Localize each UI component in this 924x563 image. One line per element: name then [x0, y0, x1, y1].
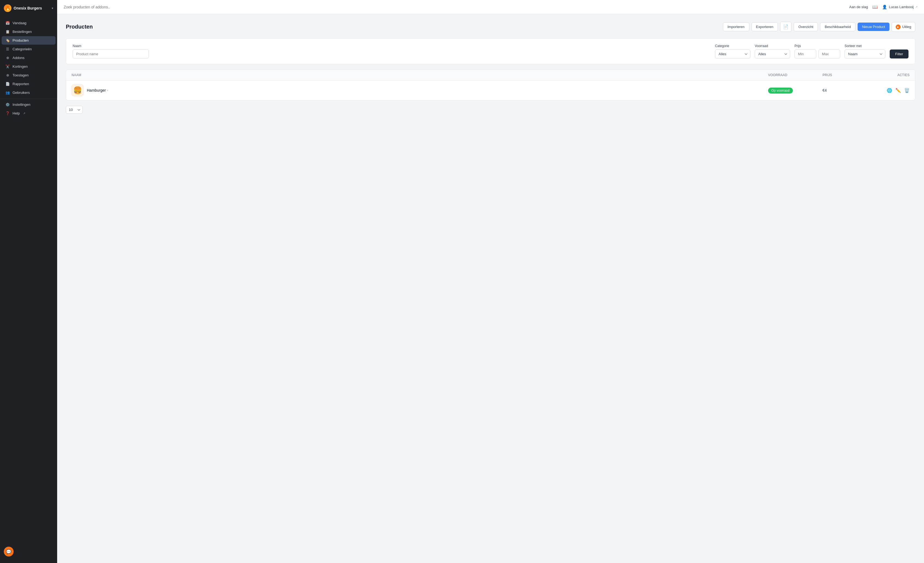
play-icon: ▶ — [896, 24, 901, 29]
per-page-select[interactable]: 10 25 50 100 — [66, 106, 83, 114]
page-header: Producten Importeren Exporteren 📄 Overzi… — [66, 22, 915, 32]
delete-icon[interactable]: 🗑️ — [904, 88, 910, 93]
categorie-filter-field: Categorie Alles — [715, 44, 750, 58]
prijs-label: Prijs — [795, 44, 840, 48]
content: Producten Importeren Exporteren 📄 Overzi… — [57, 14, 924, 563]
help-icon: ❓ — [6, 111, 10, 115]
sorteer-select[interactable]: Naam — [844, 49, 885, 58]
naam-label: Naam — [73, 44, 711, 48]
categorie-select[interactable]: Alles — [715, 49, 750, 58]
rapporten-icon: 📄 — [6, 82, 10, 86]
aan-de-slag-link[interactable]: Aan de slag — [849, 5, 868, 9]
topbar: Aan de slag 📖 👤 Lucas Lambooij ↗ — [57, 0, 924, 14]
col-prijs: Prijs — [822, 73, 877, 77]
addons-icon: ⊕ — [6, 56, 10, 60]
naam-input[interactable] — [73, 49, 149, 58]
sidebar-item-vandaag[interactable]: 📅 Vandaag — [2, 19, 56, 27]
products-table: Naam Voorraad Prijs Acties 🍔 Hamburger ›… — [66, 70, 915, 100]
product-image: 🍔 — [72, 84, 84, 96]
sidebar-item-label: Addons — [12, 56, 24, 60]
filter-row: Naam Categorie Alles Voorraad Alles — [73, 44, 909, 58]
sidebar-item-label: Help — [12, 111, 20, 115]
voorraad-select[interactable]: Alles — [755, 49, 790, 58]
gebruikers-icon: 👥 — [6, 91, 10, 95]
sidebar-item-label: Producten — [12, 38, 28, 42]
pagination: 10 25 50 100 — [66, 106, 915, 114]
sidebar-item-label: Vandaag — [12, 21, 26, 25]
sidebar-item-label: Toeslagen — [12, 73, 28, 77]
user-menu[interactable]: 👤 Lucas Lambooij ↗ — [882, 4, 918, 9]
product-chevron-icon: › — [107, 88, 108, 92]
sidebar-item-label: Instellingen — [12, 103, 30, 106]
categories-icon: ☰ — [6, 47, 10, 51]
toeslagen-icon: ⊕ — [6, 73, 10, 77]
nieuw-product-button[interactable]: Nieuw Product — [858, 22, 890, 31]
sidebar-item-help[interactable]: ❓ Help ↗ — [2, 109, 56, 117]
prijs-min-input[interactable] — [795, 49, 816, 58]
export-file-button[interactable]: 📄 — [780, 22, 792, 32]
sidebar-item-producten[interactable]: 🏷️ Producten — [2, 36, 56, 45]
product-name-link[interactable]: Hamburger › — [87, 88, 108, 93]
sorteer-filter-field: Sorteer met Naam — [844, 44, 885, 58]
sidebar: 🔥 Onesix Burgers ▾ 📅 Vandaag 📋 Bestellin… — [0, 0, 57, 563]
col-naam: Naam — [72, 73, 768, 77]
voorraad-cell: Op voorraad — [768, 88, 822, 93]
user-icon: 👤 — [882, 4, 887, 9]
sidebar-header[interactable]: 🔥 Onesix Burgers ▾ — [0, 0, 57, 16]
kortingen-icon: ✂️ — [6, 64, 10, 69]
book-icon[interactable]: 📖 — [872, 4, 878, 9]
sidebar-item-toeslagen[interactable]: ⊕ Toeslagen — [2, 71, 56, 79]
sidebar-item-label: Bestellingen — [12, 30, 32, 34]
globe-icon[interactable]: 🌐 — [887, 88, 892, 93]
voorraad-label: Voorraad — [755, 44, 790, 48]
beschikbaarheid-button[interactable]: Beschikbaarheid — [820, 22, 855, 31]
sidebar-item-addons[interactable]: ⊕ Addons — [2, 54, 56, 62]
prijs-max-input[interactable] — [818, 49, 840, 58]
sidebar-item-rapporten[interactable]: 📄 Rapporten — [2, 80, 56, 88]
table-header: Naam Voorraad Prijs Acties — [66, 70, 915, 81]
importeren-button[interactable]: Importeren — [723, 22, 749, 31]
topbar-right: Aan de slag 📖 👤 Lucas Lambooij ↗ — [849, 4, 918, 9]
sidebar-item-bestellingen[interactable]: 📋 Bestellingen — [2, 27, 56, 36]
col-acties: Acties — [877, 73, 910, 77]
sidebar-item-label: Categorieën — [12, 47, 32, 51]
actions-cell: 🌐 ✏️ 🗑️ — [877, 88, 910, 93]
categorie-label: Categorie — [715, 44, 750, 48]
products-icon: 🏷️ — [6, 38, 10, 42]
table-row: 🍔 Hamburger › Op voorraad €4 🌐 ✏️ 🗑️ — [66, 81, 915, 100]
filter-button[interactable]: Filter — [890, 49, 909, 58]
edit-icon[interactable]: ✏️ — [896, 88, 901, 93]
in-stock-badge: Op voorraad — [768, 88, 793, 94]
overzicht-button[interactable]: Overzicht — [794, 22, 818, 31]
user-name: Lucas Lambooij — [889, 5, 914, 9]
page-actions: Importeren Exporteren 📄 Overzicht Beschi… — [723, 22, 915, 32]
main-area: Aan de slag 📖 👤 Lucas Lambooij ↗ Product… — [57, 0, 924, 563]
app-logo: 🔥 — [4, 4, 11, 12]
sidebar-nav: 📅 Vandaag 📋 Bestellingen 🏷️ Producten ☰ … — [0, 16, 57, 542]
calendar-icon: 📅 — [6, 21, 10, 25]
sidebar-item-categorieen[interactable]: ☰ Categorieën — [2, 45, 56, 53]
orders-icon: 📋 — [6, 30, 10, 34]
sidebar-item-instellingen[interactable]: ⚙️ Instellingen — [2, 100, 56, 109]
brand-chevron-icon: ▾ — [52, 6, 53, 10]
filter-panel: Naam Categorie Alles Voorraad Alles — [66, 38, 915, 64]
exporteren-button[interactable]: Exporteren — [752, 22, 778, 31]
sidebar-item-label: Kortingen — [12, 64, 28, 69]
prijs-cell: €4 — [822, 88, 877, 93]
uitleg-button[interactable]: ▶ Uitleg — [892, 22, 915, 32]
sidebar-item-kortingen[interactable]: ✂️ Kortingen — [2, 62, 56, 71]
app-brand: Onesix Burgers — [14, 6, 50, 10]
product-cell: 🍔 Hamburger › — [72, 84, 768, 96]
voorraad-filter-field: Voorraad Alles — [755, 44, 790, 58]
search-input[interactable] — [64, 5, 849, 9]
sorteer-label: Sorteer met — [844, 44, 885, 48]
chat-button[interactable]: 💬 — [4, 547, 14, 557]
logout-icon: ↗ — [915, 6, 918, 8]
external-link-icon: ↗ — [23, 112, 25, 115]
price-inputs — [795, 49, 840, 58]
page-title: Producten — [66, 24, 93, 30]
sidebar-item-gebruikers[interactable]: 👥 Gebruikers — [2, 88, 56, 97]
sidebar-item-label: Gebruikers — [12, 91, 30, 95]
naam-filter-field: Naam — [73, 44, 711, 58]
sidebar-item-label: Rapporten — [12, 82, 29, 86]
